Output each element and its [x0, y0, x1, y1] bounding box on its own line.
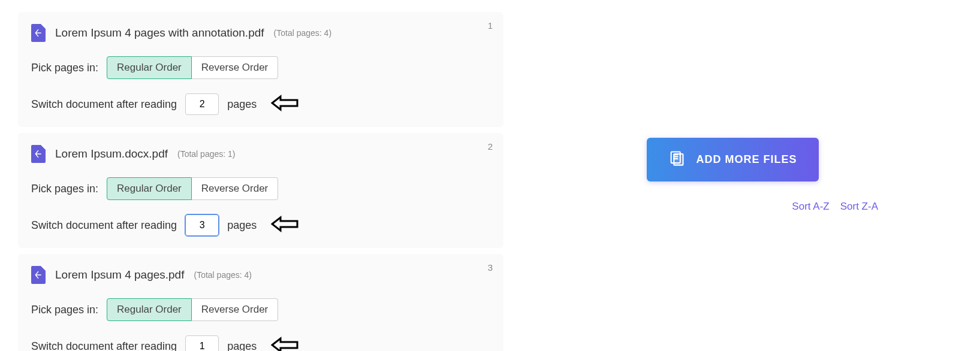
pages-suffix-label: pages — [227, 219, 257, 232]
total-pages-label: (Total pages: 1) — [177, 149, 236, 159]
reverse-order-button[interactable]: Reverse Order — [192, 298, 278, 321]
file-card: 1 Lorem Ipsum 4 pages with annotation.pd… — [18, 12, 503, 127]
pages-input[interactable] — [185, 214, 219, 236]
pick-pages-label: Pick pages in: — [31, 62, 98, 74]
file-name: Lorem Ipsum 4 pages.pdf — [55, 268, 184, 282]
reverse-order-button[interactable]: Reverse Order — [192, 177, 278, 200]
file-card: 2 Lorem Ipsum.docx.pdf (Total pages: 1) … — [18, 133, 503, 248]
pick-pages-row: Pick pages in: Regular Order Reverse Ord… — [31, 298, 490, 321]
add-more-files-button[interactable]: ADD MORE FILES — [647, 138, 818, 181]
switch-document-label: Switch document after reading — [31, 219, 177, 232]
switch-document-row: Switch document after reading pages — [31, 214, 490, 236]
file-index: 1 — [488, 20, 493, 31]
svg-rect-1 — [674, 154, 683, 165]
pick-pages-row: Pick pages in: Regular Order Reverse Ord… — [31, 56, 490, 79]
file-index: 2 — [488, 141, 493, 152]
regular-order-button[interactable]: Regular Order — [107, 177, 192, 200]
file-name: Lorem Ipsum 4 pages with annotation.pdf — [55, 26, 264, 40]
pick-pages-row: Pick pages in: Regular Order Reverse Ord… — [31, 177, 490, 200]
file-list: 1 Lorem Ipsum 4 pages with annotation.pd… — [18, 12, 503, 351]
right-panel: ADD MORE FILES Sort A-Z Sort Z-A — [503, 12, 962, 351]
files-icon — [668, 150, 685, 170]
left-arrow-icon — [271, 336, 300, 351]
sort-za-link[interactable]: Sort Z-A — [840, 201, 878, 213]
reverse-order-button[interactable]: Reverse Order — [192, 56, 278, 79]
pages-suffix-label: pages — [227, 98, 257, 111]
order-button-group: Regular Order Reverse Order — [107, 177, 278, 200]
file-name: Lorem Ipsum.docx.pdf — [55, 147, 168, 161]
sort-az-link[interactable]: Sort A-Z — [792, 201, 829, 213]
regular-order-button[interactable]: Regular Order — [107, 298, 192, 321]
add-more-files-label: ADD MORE FILES — [696, 153, 797, 166]
pdf-file-icon — [31, 24, 46, 42]
switch-document-row: Switch document after reading pages — [31, 93, 490, 115]
pages-suffix-label: pages — [227, 340, 257, 352]
file-header: Lorem Ipsum 4 pages.pdf (Total pages: 4) — [31, 266, 490, 284]
file-index: 3 — [488, 262, 493, 273]
pdf-file-icon — [31, 145, 46, 163]
pick-pages-label: Pick pages in: — [31, 183, 98, 195]
pick-pages-label: Pick pages in: — [31, 304, 98, 316]
total-pages-label: (Total pages: 4) — [194, 270, 252, 280]
switch-document-row: Switch document after reading pages — [31, 335, 490, 351]
switch-document-label: Switch document after reading — [31, 340, 177, 352]
order-button-group: Regular Order Reverse Order — [107, 298, 278, 321]
total-pages-label: (Total pages: 4) — [274, 28, 332, 38]
file-header: Lorem Ipsum.docx.pdf (Total pages: 1) — [31, 145, 490, 163]
file-card: 3 Lorem Ipsum 4 pages.pdf (Total pages: … — [18, 254, 503, 351]
order-button-group: Regular Order Reverse Order — [107, 56, 278, 79]
pages-input[interactable] — [185, 93, 219, 115]
pages-input[interactable] — [185, 335, 219, 351]
file-header: Lorem Ipsum 4 pages with annotation.pdf … — [31, 24, 490, 42]
regular-order-button[interactable]: Regular Order — [107, 56, 192, 79]
switch-document-label: Switch document after reading — [31, 98, 177, 111]
sort-links: Sort A-Z Sort Z-A — [792, 201, 878, 213]
left-arrow-icon — [271, 94, 300, 114]
pdf-file-icon — [31, 266, 46, 284]
left-arrow-icon — [271, 215, 300, 235]
